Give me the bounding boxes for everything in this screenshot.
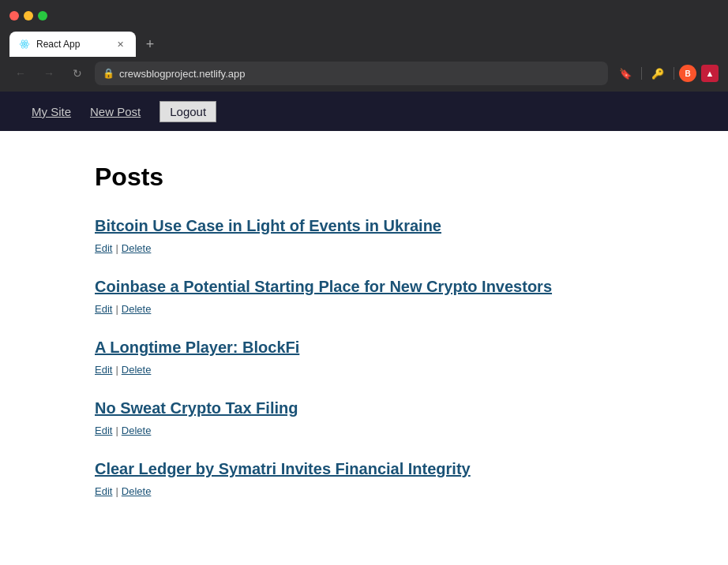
app-nav: My Site New Post Logout xyxy=(0,92,728,131)
edit-link[interactable]: Edit xyxy=(95,425,112,436)
bookmark-button[interactable]: 🔖 xyxy=(614,62,636,84)
post-title-link[interactable]: No Sweat Crypto Tax Filing xyxy=(95,398,633,418)
minimize-button[interactable] xyxy=(24,11,33,21)
action-separator: | xyxy=(115,485,118,497)
new-tab-button[interactable]: + xyxy=(139,33,161,55)
post-item: No Sweat Crypto Tax FilingEdit | Delete xyxy=(95,398,633,436)
svg-point-0 xyxy=(24,43,26,46)
active-tab[interactable]: React App ✕ xyxy=(9,32,136,57)
forward-button[interactable]: → xyxy=(38,62,60,84)
brave-icon: B xyxy=(679,65,696,82)
post-item: Coinbase a Potential Starting Place for … xyxy=(95,276,633,315)
delete-link[interactable]: Delete xyxy=(122,425,152,436)
divider2 xyxy=(674,67,674,80)
back-button[interactable]: ← xyxy=(9,62,32,84)
tab-bar: React App ✕ + xyxy=(0,32,728,57)
page-title: Posts xyxy=(95,163,633,192)
delete-link[interactable]: Delete xyxy=(122,242,152,254)
action-separator: | xyxy=(115,242,118,254)
post-item: Clear Ledger by Symatri Invites Financia… xyxy=(95,458,633,497)
maximize-button[interactable] xyxy=(38,11,47,21)
post-actions: Edit | Delete xyxy=(95,242,633,254)
logout-button[interactable]: Logout xyxy=(159,101,216,122)
post-item: A Longtime Player: BlockFiEdit | Delete xyxy=(95,337,633,376)
notification-icon: ▲ xyxy=(701,65,719,82)
edit-link[interactable]: Edit xyxy=(95,364,112,376)
action-separator: | xyxy=(115,425,118,436)
posts-list: Bitcoin Use Case in Light of Events in U… xyxy=(95,215,633,497)
delete-link[interactable]: Delete xyxy=(122,485,152,497)
tab-close-button[interactable]: ✕ xyxy=(114,38,126,51)
address-bar[interactable]: 🔒 crewsblogproject.netlify.app xyxy=(95,62,608,85)
close-button[interactable] xyxy=(9,11,19,21)
address-bar-row: ← → ↻ 🔒 crewsblogproject.netlify.app 🔖 🔑… xyxy=(0,57,728,92)
action-separator: | xyxy=(115,303,118,315)
browser-chrome: React App ✕ + ← → ↻ 🔒 crewsblogproject.n… xyxy=(0,0,728,92)
url-text: crewsblogproject.netlify.app xyxy=(119,68,600,80)
tab-favicon xyxy=(19,39,30,50)
browser-actions: 🔖 🔑 B ▲ xyxy=(614,62,719,84)
reload-button[interactable]: ↻ xyxy=(66,62,88,84)
edit-link[interactable]: Edit xyxy=(95,242,112,254)
post-actions: Edit | Delete xyxy=(95,485,633,497)
post-actions: Edit | Delete xyxy=(95,425,633,436)
action-separator: | xyxy=(115,364,118,376)
post-item: Bitcoin Use Case in Light of Events in U… xyxy=(95,215,633,254)
post-title-link[interactable]: Bitcoin Use Case in Light of Events in U… xyxy=(95,215,633,236)
edit-link[interactable]: Edit xyxy=(95,303,112,315)
lock-icon: 🔒 xyxy=(103,68,114,79)
title-bar xyxy=(0,0,728,32)
edit-link[interactable]: Edit xyxy=(95,485,112,497)
key-icon: 🔑 xyxy=(647,62,669,84)
delete-link[interactable]: Delete xyxy=(122,303,152,315)
traffic-lights xyxy=(9,11,47,21)
divider xyxy=(641,67,642,80)
delete-link[interactable]: Delete xyxy=(122,364,152,376)
post-actions: Edit | Delete xyxy=(95,364,633,376)
new-post-link[interactable]: New Post xyxy=(90,105,141,118)
post-title-link[interactable]: Coinbase a Potential Starting Place for … xyxy=(95,276,633,297)
post-title-link[interactable]: Clear Ledger by Symatri Invites Financia… xyxy=(95,458,633,479)
post-actions: Edit | Delete xyxy=(95,303,633,315)
tab-title: React App xyxy=(36,39,107,50)
main-content: Posts Bitcoin Use Case in Light of Event… xyxy=(0,131,728,551)
my-site-link[interactable]: My Site xyxy=(32,105,71,118)
post-title-link[interactable]: A Longtime Player: BlockFi xyxy=(95,337,633,357)
